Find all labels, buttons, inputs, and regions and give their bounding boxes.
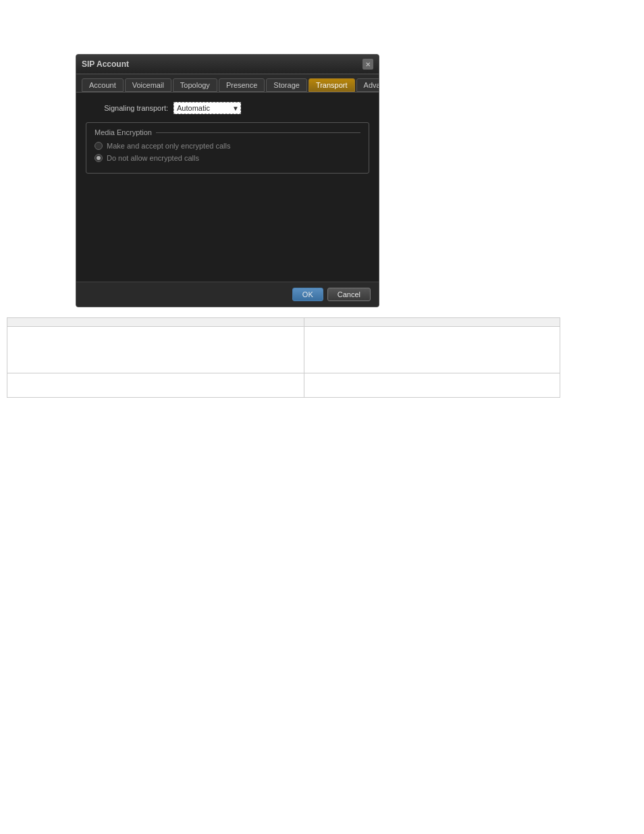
- tab-voicemail[interactable]: Voicemail: [125, 78, 171, 92]
- table-cell: [304, 373, 560, 398]
- radio-row-encrypted: Make and accept only encrypted calls: [95, 142, 360, 150]
- dialog-container: SIP Account ✕ Account Voicemail Topology…: [76, 54, 379, 307]
- close-button[interactable]: ✕: [363, 59, 373, 70]
- tab-bar: Account Voicemail Topology Presence Stor…: [76, 74, 379, 93]
- tab-account[interactable]: Account: [82, 78, 124, 92]
- cancel-button[interactable]: Cancel: [327, 288, 371, 301]
- table-cell: [7, 327, 304, 373]
- table-header-row: [7, 318, 560, 327]
- table-row: [7, 327, 560, 373]
- table-cell: [304, 327, 560, 373]
- tab-topology[interactable]: Topology: [173, 78, 217, 92]
- dialog-titlebar: SIP Account ✕: [76, 55, 379, 74]
- ok-button[interactable]: OK: [292, 288, 323, 301]
- signaling-transport-row: Signaling transport: Automatic UDP TCP T…: [86, 102, 369, 114]
- radio-encrypted-calls-label: Make and accept only encrypted calls: [107, 142, 230, 150]
- table-cell: [7, 373, 304, 398]
- media-encryption-legend: Media Encryption: [95, 128, 360, 136]
- table-header-col-a: [7, 318, 304, 327]
- media-encryption-group: Media Encryption Make and accept only en…: [86, 122, 369, 174]
- dialog-footer: OK Cancel: [76, 282, 379, 307]
- tab-transport[interactable]: Transport: [308, 78, 355, 92]
- tab-advanced[interactable]: Advanced: [356, 78, 379, 92]
- radio-no-encrypted-calls[interactable]: [95, 154, 103, 162]
- sip-account-dialog: SIP Account ✕ Account Voicemail Topology…: [76, 54, 379, 307]
- signaling-transport-select[interactable]: Automatic UDP TCP TLS: [173, 102, 241, 114]
- radio-no-encrypted-calls-label: Do not allow encrypted calls: [107, 154, 199, 162]
- close-icon: ✕: [365, 61, 371, 68]
- radio-row-no-encrypted: Do not allow encrypted calls: [95, 154, 360, 162]
- tab-storage[interactable]: Storage: [266, 78, 307, 92]
- signaling-transport-label: Signaling transport:: [86, 104, 173, 112]
- dialog-title: SIP Account: [82, 59, 129, 69]
- dialog-content: Signaling transport: Automatic UDP TCP T…: [76, 93, 379, 282]
- table-header-col-b: [304, 318, 560, 327]
- table-row: [7, 373, 560, 398]
- radio-encrypted-calls[interactable]: [95, 142, 103, 150]
- signaling-transport-select-wrapper: Automatic UDP TCP TLS ▼: [173, 102, 241, 114]
- info-table: [7, 317, 560, 398]
- info-table-wrapper: [7, 317, 560, 398]
- tab-presence[interactable]: Presence: [219, 78, 265, 92]
